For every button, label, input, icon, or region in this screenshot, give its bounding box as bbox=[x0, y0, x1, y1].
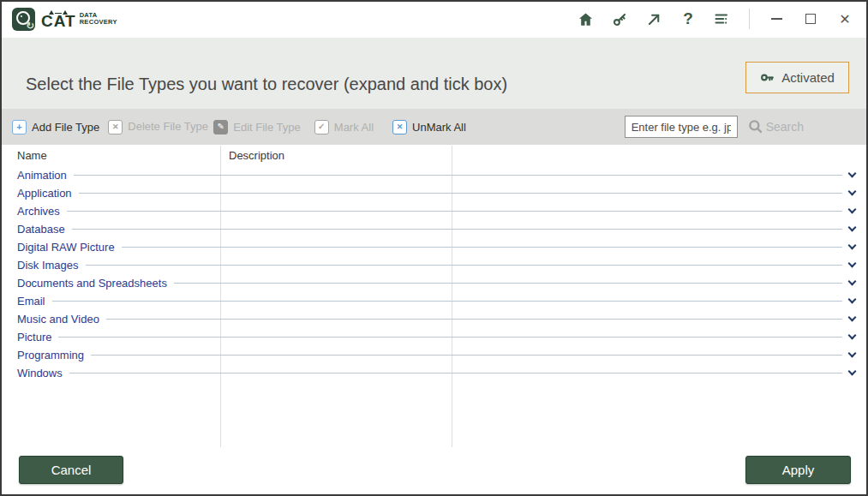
app-window: ↻ CAT DATA RECOVERY bbox=[0, 0, 868, 496]
list-item-documents-and-spreadsheets[interactable]: Documents and Spreadsheets bbox=[2, 274, 866, 292]
help-icon[interactable]: ? bbox=[679, 9, 697, 28]
titlebar-separator bbox=[749, 9, 750, 29]
list-item-programming[interactable]: Programming bbox=[2, 346, 866, 364]
minimize-icon[interactable] bbox=[767, 9, 786, 28]
column-header-name: Name bbox=[17, 149, 47, 162]
unmark-all-label: UnMark All bbox=[412, 121, 466, 134]
list-item-picture[interactable]: Picture bbox=[2, 328, 866, 346]
chevron-down-icon[interactable] bbox=[848, 332, 857, 340]
titlebar: ↻ CAT DATA RECOVERY bbox=[2, 2, 866, 36]
list-item-email[interactable]: Email bbox=[2, 292, 866, 310]
search-button[interactable]: Search bbox=[747, 118, 804, 135]
list-item-animation[interactable]: Animation bbox=[2, 166, 866, 184]
chevron-down-icon[interactable] bbox=[848, 296, 857, 304]
list-item-database[interactable]: Database bbox=[2, 220, 866, 238]
doc-pencil-icon: ✎ bbox=[213, 120, 228, 134]
column-header-description: Description bbox=[229, 149, 284, 162]
checkbox-check-icon: ✓ bbox=[314, 120, 329, 134]
list-item-disk-images[interactable]: Disk Images bbox=[2, 256, 866, 274]
mark-all-button[interactable]: ✓ Mark All bbox=[314, 120, 374, 134]
list-item-digital-raw-picture[interactable]: Digital RAW Picture bbox=[2, 238, 866, 256]
chevron-down-icon[interactable] bbox=[848, 224, 857, 232]
unmark-all-button[interactable]: ✕ UnMark All bbox=[392, 120, 466, 134]
edit-file-type-label: Edit File Type bbox=[233, 121, 301, 134]
search-label: Search bbox=[766, 120, 804, 134]
key-icon[interactable] bbox=[610, 9, 629, 28]
chevron-down-icon[interactable] bbox=[848, 242, 857, 250]
recovery-arrow-icon: ↻ bbox=[26, 20, 34, 32]
brand-name: CAT bbox=[41, 14, 76, 28]
list-item-music-and-video[interactable]: Music and Video bbox=[2, 310, 866, 328]
chevron-down-icon[interactable] bbox=[848, 206, 857, 214]
app-logo: ↻ CAT DATA RECOVERY bbox=[12, 8, 117, 31]
chevron-down-icon[interactable] bbox=[848, 188, 857, 196]
home-icon[interactable] bbox=[576, 9, 595, 28]
list-item-archives[interactable]: Archives bbox=[2, 202, 866, 220]
magnifier-icon bbox=[747, 118, 764, 135]
header-band: Select the File Types you want to recove… bbox=[2, 38, 866, 109]
cat-harddrive-logo-icon: ↻ bbox=[12, 8, 35, 31]
apply-button[interactable]: Apply bbox=[745, 456, 851, 484]
chevron-down-icon[interactable] bbox=[848, 260, 857, 268]
add-file-type-button[interactable]: + Add File Type bbox=[12, 120, 99, 134]
activated-button[interactable]: Activated bbox=[745, 62, 849, 93]
checkbox-x-icon: ✕ bbox=[392, 120, 407, 134]
add-file-type-label: Add File Type bbox=[32, 121, 99, 134]
delete-file-type-label: Delete File Type bbox=[128, 120, 188, 134]
toolbar: + Add File Type ✕ Delete File Type ✎ Edi… bbox=[2, 109, 866, 145]
activated-label: Activated bbox=[781, 70, 835, 85]
chevron-down-icon[interactable] bbox=[848, 350, 857, 358]
titlebar-icons: ? ✕ bbox=[576, 9, 854, 29]
menu-icon[interactable] bbox=[713, 9, 732, 28]
share-arrow-icon[interactable] bbox=[644, 9, 663, 28]
edit-file-type-button[interactable]: ✎ Edit File Type bbox=[213, 120, 301, 134]
search-input[interactable] bbox=[625, 116, 738, 138]
close-icon[interactable]: ✕ bbox=[835, 9, 854, 28]
maximize-icon[interactable] bbox=[801, 9, 820, 28]
brand-sub2: RECOVERY bbox=[80, 19, 117, 27]
list-item-windows[interactable]: Windows bbox=[2, 364, 866, 382]
chevron-down-icon[interactable] bbox=[848, 278, 857, 286]
mark-all-label: Mark All bbox=[334, 121, 374, 134]
delete-file-type-button[interactable]: ✕ Delete File Type bbox=[108, 120, 188, 134]
chevron-down-icon[interactable] bbox=[848, 170, 857, 178]
key-icon bbox=[760, 70, 775, 85]
doc-plus-icon: + bbox=[12, 120, 27, 134]
page-title: Select the File Types you want to recove… bbox=[26, 75, 507, 94]
chevron-down-icon[interactable] bbox=[848, 314, 857, 322]
list-item-application[interactable]: Application bbox=[2, 184, 866, 202]
doc-x-icon: ✕ bbox=[108, 120, 123, 134]
chevron-down-icon[interactable] bbox=[848, 368, 857, 376]
cancel-button[interactable]: Cancel bbox=[19, 456, 123, 484]
file-type-list: Animation Application Archives Database … bbox=[2, 166, 866, 382]
